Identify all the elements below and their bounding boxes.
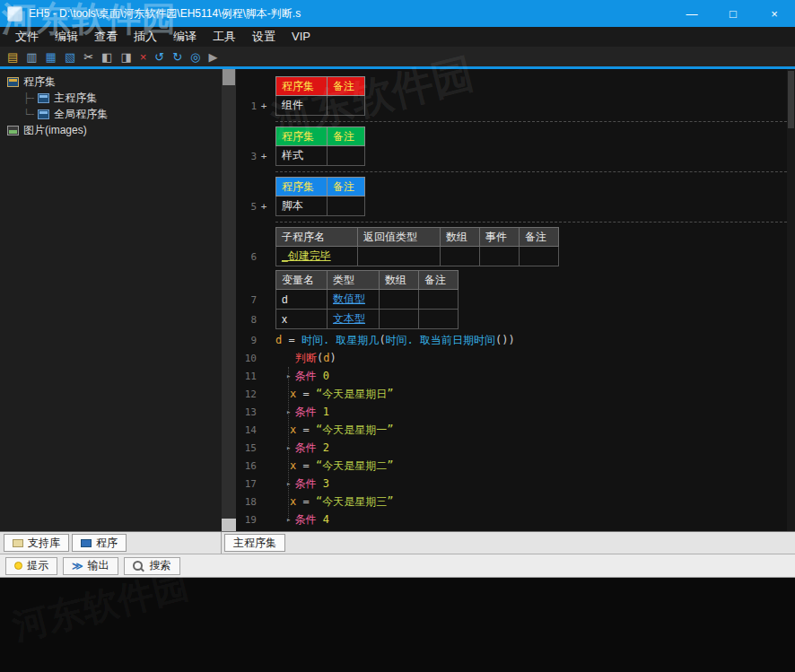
code-line[interactable]: 10判断(d) (236, 349, 795, 367)
splitter[interactable] (222, 69, 236, 531)
paste-icon[interactable]: ◨ (120, 51, 131, 63)
table-cell[interactable] (328, 96, 365, 116)
line-gutter: 7 (236, 290, 275, 310)
table-cell[interactable] (328, 146, 365, 166)
copy-icon[interactable]: ◧ (101, 51, 112, 63)
project-tree: 程序集├╌主程序集└╌全局程序集图片(images) (0, 69, 222, 531)
main-area: 程序集├╌主程序集└╌全局程序集图片(images) 程序集备注1+组件程序集备… (0, 69, 795, 531)
code-line[interactable]: 14x = “今天是星期一” (236, 421, 795, 439)
tree-branch-glyph: └╌ (23, 109, 33, 120)
menu-item[interactable]: VIP (284, 27, 319, 47)
menu-item[interactable]: 查看 (86, 27, 126, 47)
tab-program[interactable]: 程序 (72, 534, 127, 552)
menu-item[interactable]: 设置 (244, 27, 284, 47)
title-bar[interactable]: EH5 - D:\tools\桌面\河东软件园\EH5114\例程\脚本-判断.… (0, 0, 795, 27)
code-line[interactable]: 15▸条件 2 (236, 439, 795, 457)
table-cell[interactable]: d (275, 290, 328, 310)
code-line[interactable]: 12x = “今天是星期日” (236, 385, 795, 403)
table-header-cell: 返回值类型 (358, 227, 441, 247)
table-header-cell: 备注 (328, 76, 365, 96)
line-gutter: 9 (236, 335, 275, 346)
save-all-icon[interactable]: ▧ (65, 51, 75, 63)
code-line[interactable]: 19▸条件 4 (236, 511, 795, 528)
table-cell[interactable]: 样式 (275, 146, 328, 166)
tab-main-assembly[interactable]: 主程序集 (224, 534, 285, 552)
tab-support-library[interactable]: 支持库 (4, 534, 69, 552)
expand-plus-icon[interactable]: + (259, 151, 268, 162)
table-cell[interactable]: 文本型 (328, 310, 380, 329)
assembly-icon (7, 77, 19, 87)
menu-item[interactable]: 工具 (205, 27, 244, 47)
table-row[interactable]: 3+样式 (236, 146, 795, 166)
table-cell[interactable] (419, 290, 459, 310)
menu-item[interactable]: 文件 (7, 27, 47, 47)
line-number: 17 (242, 478, 257, 490)
table-cell[interactable] (380, 290, 419, 310)
table-cell[interactable] (480, 247, 520, 266)
close-button[interactable]: × (754, 0, 795, 27)
line-number: 3 (242, 151, 257, 162)
sidebar-item-main-assembly[interactable]: ├╌主程序集 (0, 90, 222, 106)
line-gutter (236, 227, 275, 247)
expand-plus-icon[interactable]: + (259, 100, 268, 112)
code-line[interactable]: x = “今天是星期四” (236, 528, 795, 531)
editor-scrollbar-thumb[interactable] (788, 71, 794, 128)
tab-search[interactable]: 搜索 (124, 557, 180, 575)
sidebar-item-global-assembly[interactable]: └╌全局程序集 (0, 106, 222, 122)
line-number: 14 (242, 424, 257, 436)
tab-output[interactable]: ≫输出 (63, 557, 118, 575)
minimize-button[interactable]: — (671, 0, 712, 27)
run-icon[interactable]: ▶ (208, 51, 217, 63)
code-line[interactable]: 13▸条件 1 (236, 403, 795, 421)
find-icon[interactable]: ◎ (190, 51, 200, 63)
sidebar-item-images[interactable]: 图片(images) (0, 122, 222, 138)
table-cell[interactable] (441, 247, 480, 266)
sidebar-item-label: 全局程序集 (54, 107, 108, 122)
menu-item[interactable]: 插入 (126, 27, 165, 47)
tab-label: 输出 (88, 558, 109, 573)
code-line[interactable]: 11▸条件 0 (236, 367, 795, 385)
new-project-icon[interactable]: ▤ (7, 51, 18, 63)
tab-hint[interactable]: 提示 (5, 557, 57, 575)
table-row[interactable]: 6_创建完毕 (236, 247, 795, 266)
expand-plus-icon[interactable]: + (259, 201, 268, 213)
table-cell[interactable]: x (275, 310, 328, 329)
line-gutter: 14 (236, 424, 275, 436)
table-row[interactable]: 7d数值型 (236, 290, 795, 310)
table-cell[interactable]: 脚本 (275, 196, 328, 216)
save-icon[interactable]: ▦ (46, 51, 57, 63)
code-token: 条件 (294, 476, 322, 492)
app-icon (7, 6, 22, 22)
table-cell[interactable]: _创建完毕 (275, 247, 358, 266)
menu-item[interactable]: 编译 (165, 27, 205, 47)
menu-item[interactable]: 编辑 (47, 27, 86, 47)
scrollbar-thumb-bottom[interactable] (222, 519, 236, 531)
maximize-button[interactable]: □ (712, 0, 754, 27)
redo-icon[interactable]: ↻ (172, 51, 182, 63)
table-cell[interactable] (419, 310, 459, 329)
delete-icon[interactable]: × (140, 51, 147, 63)
code-line[interactable]: 9d = 时间. 取星期几(时间. 取当前日期时间()) (236, 331, 795, 349)
editor-scrollbar[interactable] (787, 69, 795, 531)
scrollbar-thumb-top[interactable] (223, 69, 235, 85)
table-header-cell: 程序集 (275, 127, 328, 146)
code-editor[interactable]: 程序集备注1+组件程序集备注3+样式程序集备注5+脚本子程序名返回值类型数组事件… (236, 69, 795, 531)
undo-icon[interactable]: ↺ (154, 51, 164, 63)
table-row[interactable]: 8x文本型 (236, 310, 795, 329)
table-header-row: 变量名类型数组备注 (236, 270, 795, 290)
table-cell[interactable] (520, 247, 559, 266)
table-row[interactable]: 1+组件 (236, 96, 795, 116)
table-cell[interactable] (328, 196, 365, 216)
code-line[interactable]: 16x = “今天是星期二” (236, 457, 795, 475)
sidebar-item-assemblies[interactable]: 程序集 (0, 74, 222, 90)
cut-icon[interactable]: ✂ (83, 51, 93, 63)
code-line[interactable]: 17▸条件 3 (236, 475, 795, 493)
open-icon[interactable]: ▥ (26, 51, 37, 63)
code-line[interactable]: 18x = “今天是星期三” (236, 493, 795, 511)
window-controls: — □ × (671, 0, 795, 27)
table-cell[interactable] (358, 247, 441, 266)
table-cell[interactable] (380, 310, 419, 329)
table-cell[interactable]: 数值型 (328, 290, 380, 310)
table-cell[interactable]: 组件 (275, 96, 328, 116)
table-row[interactable]: 5+脚本 (236, 196, 795, 216)
